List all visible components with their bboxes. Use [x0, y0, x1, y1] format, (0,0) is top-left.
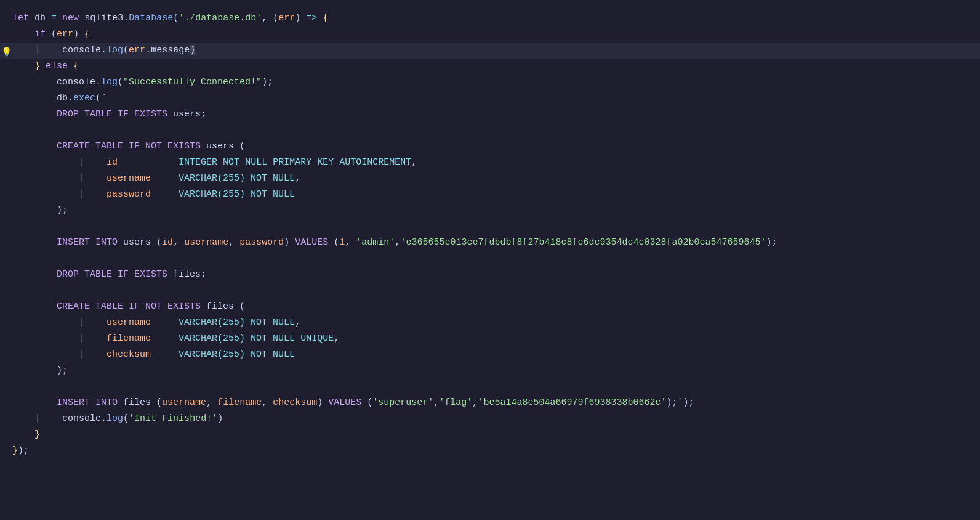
code-text-3: | console.log(err.message) [12, 43, 195, 58]
code-line-21: | filename VARCHAR(255) NOT NULL UNIQUE, [0, 331, 980, 347]
code-line-9: CREATE TABLE IF NOT EXISTS users ( [0, 139, 980, 155]
code-line-20: | username VARCHAR(255) NOT NULL, [0, 315, 980, 331]
code-text-26: | console.log('Init Finished!') [12, 412, 223, 426]
code-text-15: INSERT INTO users (id, username, passwor… [12, 235, 777, 250]
code-text-10: | id INTEGER NOT NULL PRIMARY KEY AUTOIN… [12, 155, 417, 170]
code-text-28: }); [12, 444, 29, 458]
code-text-24 [12, 380, 18, 394]
code-line-22: | checksum VARCHAR(255) NOT NULL [0, 347, 980, 364]
code-line-7: DROP TABLE IF EXISTS users; [0, 107, 980, 123]
code-text-19: CREATE TABLE IF NOT EXISTS files ( [12, 299, 245, 314]
code-text-21: | filename VARCHAR(255) NOT NULL UNIQUE, [12, 331, 339, 346]
code-text-20: | username VARCHAR(255) NOT NULL, [12, 315, 300, 330]
code-line-24 [0, 380, 980, 396]
code-text-2: if (err) { [12, 27, 90, 42]
code-line-2: if (err) { [0, 27, 980, 43]
code-text-22: | checksum VARCHAR(255) NOT NULL [12, 347, 295, 362]
code-text-9: CREATE TABLE IF NOT EXISTS users ( [12, 139, 245, 154]
code-text-16 [12, 251, 18, 266]
code-text-4: } else { [12, 59, 79, 74]
code-text-23: ); [12, 364, 68, 378]
code-text-27: } [12, 428, 40, 442]
code-text-11: | username VARCHAR(255) NOT NULL, [12, 171, 300, 186]
code-text-5: console.log("Successfully Connected!"); [12, 75, 273, 90]
code-line-13: ); [0, 203, 980, 219]
code-text-6: db.exec(` [12, 91, 106, 106]
code-text-18 [12, 283, 18, 298]
code-editor: let db = new sqlite3.Database('./databas… [0, 0, 980, 471]
code-line-26: | console.log('Init Finished!') [0, 412, 980, 428]
code-line-25: INSERT INTO files (username, filename, c… [0, 396, 980, 412]
code-line-15: INSERT INTO users (id, username, passwor… [0, 235, 980, 251]
code-line-11: | username VARCHAR(255) NOT NULL, [0, 171, 980, 187]
code-line-19: CREATE TABLE IF NOT EXISTS files ( [0, 299, 980, 315]
code-text-8 [12, 123, 18, 138]
code-text-25: INSERT INTO files (username, filename, c… [12, 396, 694, 410]
code-line-23: ); [0, 364, 980, 380]
code-text-17: DROP TABLE IF EXISTS files; [12, 267, 206, 282]
code-line-28: }); [0, 444, 980, 460]
code-text-14 [12, 219, 18, 234]
code-line-3: 💡 | console.log(err.message) [0, 43, 980, 59]
code-line-17: DROP TABLE IF EXISTS files; [0, 267, 980, 283]
code-line-27: } [0, 428, 980, 444]
code-line-8 [0, 123, 980, 139]
code-text-7: DROP TABLE IF EXISTS users; [12, 107, 206, 122]
bulb-icon: 💡 [1, 46, 12, 59]
code-line-18 [0, 283, 980, 299]
code-line-12: | password VARCHAR(255) NOT NULL [0, 187, 980, 203]
code-line-4: } else { [0, 59, 980, 75]
code-line-16 [0, 251, 980, 267]
code-text-1: let db = new sqlite3.Database('./databas… [12, 11, 328, 26]
code-text-12: | password VARCHAR(255) NOT NULL [12, 187, 295, 202]
code-line-5: console.log("Successfully Connected!"); [0, 75, 980, 91]
code-line-1: let db = new sqlite3.Database('./databas… [0, 11, 980, 27]
code-line-14 [0, 219, 980, 235]
code-line-6: db.exec(` [0, 91, 980, 107]
code-text-13: ); [12, 203, 68, 218]
code-line-10: | id INTEGER NOT NULL PRIMARY KEY AUTOIN… [0, 155, 980, 171]
